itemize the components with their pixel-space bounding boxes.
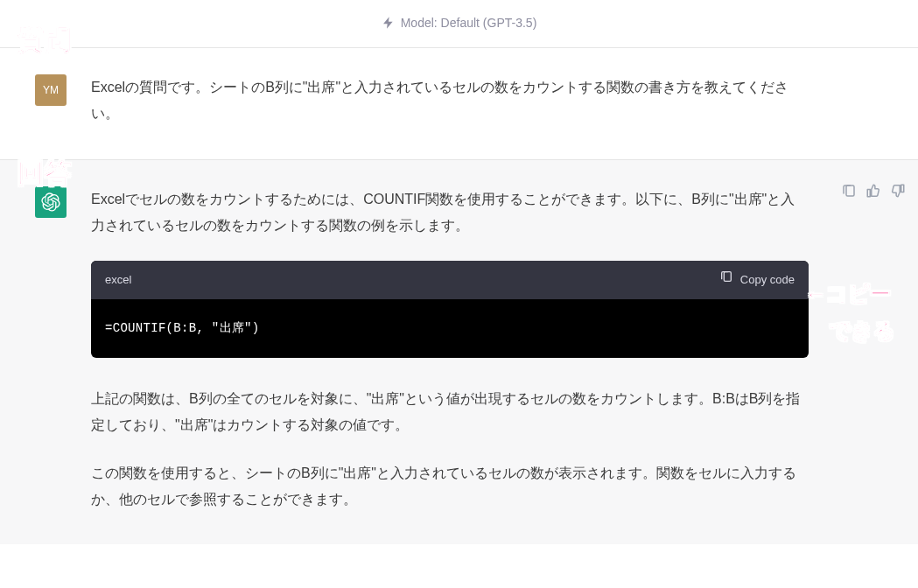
- code-content: =COUNTIF(B:B, "出席"): [91, 299, 809, 358]
- thumbs-up-button[interactable]: [865, 183, 881, 199]
- assistant-paragraph-3: この関数を使用すると、シートのB列に"出席"と入力されているセルの数が表示されま…: [91, 460, 809, 514]
- user-message-row: YM Excelの質問です。シートのB列に"出席"と入力されているセルの数をカウ…: [0, 48, 918, 159]
- assistant-paragraph-1: Excelでセルの数をカウントするためには、COUNTIF関数を使用することがで…: [91, 186, 809, 240]
- assistant-paragraph-2: 上記の関数は、B列の全てのセルを対象に、"出席"という値が出現するセルの数をカウ…: [91, 386, 809, 439]
- svg-rect-0: [724, 271, 731, 281]
- message-actions: [841, 183, 906, 199]
- model-indicator: Model: Default (GPT-3.5): [0, 0, 918, 48]
- copy-code-label: Copy code: [740, 270, 795, 291]
- user-avatar-text: YM: [43, 84, 59, 96]
- user-message-text: Excelの質問です。シートのB列に"出席"と入力されているセルの数をカウントす…: [91, 74, 809, 128]
- svg-rect-1: [846, 186, 854, 196]
- assistant-message-content: Excelでセルの数をカウントするためには、COUNTIF関数を使用することがで…: [91, 186, 809, 514]
- user-message-content: Excelの質問です。シートのB列に"出席"と入力されているセルの数をカウントす…: [91, 74, 809, 128]
- user-avatar: YM: [35, 74, 67, 106]
- assistant-avatar: [35, 186, 67, 218]
- assistant-message-row: Excelでセルの数をカウントするためには、COUNTIF関数を使用することがで…: [0, 159, 918, 545]
- code-language-label: excel: [105, 270, 131, 291]
- thumbs-down-button[interactable]: [890, 183, 906, 199]
- copy-message-button[interactable]: [841, 183, 857, 199]
- model-label: Model: Default (GPT-3.5): [401, 16, 537, 30]
- code-header: excel Copy code: [91, 261, 809, 300]
- copy-code-button[interactable]: Copy code: [719, 270, 795, 291]
- bolt-icon: [382, 16, 396, 30]
- code-block: excel Copy code =COUNTIF(B:B, "出席"): [91, 261, 809, 358]
- clipboard-icon: [719, 270, 733, 291]
